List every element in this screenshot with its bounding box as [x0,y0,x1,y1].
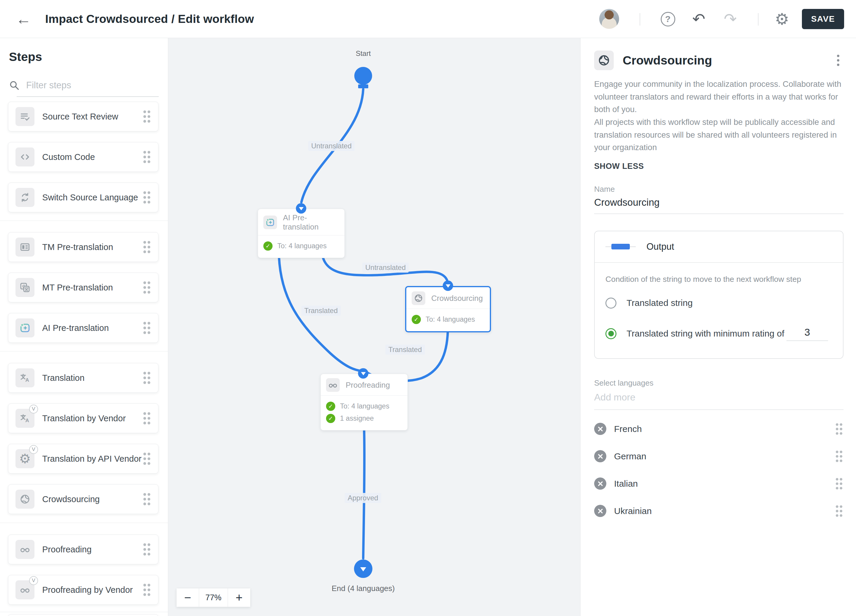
output-label: Output [647,242,674,252]
user-avatar[interactable] [599,9,619,29]
svg-text:A: A [25,417,29,424]
steps-sidebar: Steps Source Text Review Custom Code [0,38,168,616]
edge-label-untranslated: Untranslated [308,141,354,151]
drag-handle-icon[interactable] [142,281,152,294]
sidebar-item-proofreading-by-vendor[interactable]: V Proofreading by Vendor [8,575,159,605]
gear-icon: ⚙ V [15,449,34,468]
zoom-level: 77% [199,588,228,607]
sidebar-item-mt-pre-translation[interactable]: G MT Pre-translation [8,273,159,302]
gear-icon[interactable]: ⚙ [771,0,792,38]
svg-text:A: A [25,377,29,383]
drag-handle-icon[interactable] [142,583,152,597]
name-input[interactable] [594,197,844,214]
filter-underline [17,96,159,97]
workflow-canvas[interactable]: Start Untranslated Untranslated Translat… [168,38,580,616]
translate-icon: A [15,368,34,387]
sync-icon [15,188,34,207]
node-ai-pre-translation[interactable]: AI Pre-translation ✓ To: 4 languages [258,209,345,258]
globe-icon [594,51,614,70]
zoom-in-button[interactable]: + [228,588,251,607]
redo-icon[interactable]: ↷ [720,0,741,38]
drag-handle-icon[interactable] [142,110,152,123]
tm-icon [15,237,34,257]
sidebar-item-crowdsourcing[interactable]: Crowdsourcing [8,484,159,514]
code-icon [15,148,34,166]
drag-handle-icon[interactable] [142,191,152,204]
sidebar-item-custom-code[interactable]: Custom Code [8,142,159,172]
drag-handle-icon[interactable] [834,505,844,517]
start-node-circle [354,67,372,85]
drag-handle-icon[interactable] [142,452,152,465]
sidebar-item-label: Custom Code [42,152,95,162]
vendor-badge: V [29,576,38,585]
drag-handle-icon[interactable] [142,542,152,556]
remove-language-icon[interactable] [594,505,606,517]
help-icon[interactable]: ? [657,0,678,38]
sidebar-item-partial[interactable] [8,614,159,616]
select-languages-label: Select languages [594,379,844,388]
header-divider [640,13,640,26]
sidebar-item-label: Switch Source Language [42,192,138,202]
edge-arrow-marker [296,203,306,214]
start-label: Start [356,49,371,58]
sidebar-item-translation-by-api-vendor[interactable]: ⚙ V Translation by API Vendor [8,444,159,474]
drag-handle-icon[interactable] [142,492,152,506]
sidebar-item-proofreading[interactable]: Proofreading [8,534,159,564]
ai-sparkle-icon [15,319,34,337]
sidebar-item-switch-source-language[interactable]: Switch Source Language [8,183,159,212]
kebab-menu-icon[interactable] [834,52,842,68]
workflow-edges [168,38,580,616]
translate-vendor-icon: A V [15,409,34,428]
node-crowdsourcing[interactable]: Crowdsourcing ✓ To: 4 languages [405,286,491,333]
remove-language-icon[interactable] [594,450,606,462]
node-row-text: To: 4 languages [340,402,390,410]
search-icon [9,80,20,91]
sidebar-item-label: Source Text Review [42,112,118,122]
show-less-link[interactable]: SHOW LESS [594,162,844,171]
top-header: ← Impact Crowdsourced / Edit workflow ? … [0,0,856,38]
edge-label-translated: Translated [302,306,341,316]
check-icon: ✓ [412,315,421,324]
sidebar-item-translation[interactable]: A Translation [8,363,159,393]
node-proofreading[interactable]: Proofreading ✓ To: 4 languages ✓ 1 assig… [320,374,408,431]
language-row: Ukrainian [594,498,844,524]
sidebar-item-source-text-review[interactable]: Source Text Review [8,102,159,131]
remove-language-icon[interactable] [594,423,606,435]
zoom-toolbar: − 77% + [176,588,251,607]
edge-arrow-marker [358,368,368,379]
drag-handle-icon[interactable] [142,371,152,385]
drag-handle-icon[interactable] [834,477,844,490]
output-card: Output Condition of the string to move t… [594,231,844,359]
drag-handle-icon[interactable] [142,150,152,164]
filter-steps-input[interactable] [26,80,151,91]
drag-handle-icon[interactable] [142,321,152,335]
drag-handle-icon[interactable] [834,422,844,436]
sidebar-group-divider [0,220,168,221]
language-label: Ukrainian [614,506,652,516]
undo-icon[interactable]: ↶ [688,0,709,38]
remove-language-icon[interactable] [594,477,606,490]
sidebar-item-tm-pre-translation[interactable]: TM Pre-translation [8,232,159,262]
radio-translated-string[interactable] [605,297,616,309]
check-icon: ✓ [326,402,335,411]
end-label: End (4 languages) [332,584,395,593]
panel-title: Crowdsourcing [623,54,712,68]
min-rating-input[interactable] [787,326,828,341]
sidebar-item-label: MT Pre-translation [42,283,113,293]
edge-arrow-marker [443,281,453,291]
drag-handle-icon[interactable] [142,240,152,254]
glasses-vendor-icon: V [15,580,34,599]
sidebar-item-label: Translation [42,373,85,383]
back-arrow-icon[interactable]: ← [13,0,34,38]
save-button[interactable]: SAVE [802,9,844,29]
zoom-out-button[interactable]: − [176,588,199,607]
drag-handle-icon[interactable] [834,450,844,463]
sidebar-item-ai-pre-translation[interactable]: AI Pre-translation [8,313,159,343]
radio-translated-min-rating[interactable] [605,328,616,339]
drag-handle-icon[interactable] [142,411,152,425]
add-language-input[interactable] [594,392,844,410]
output-port-icon [605,244,636,249]
vendor-badge: V [29,405,38,414]
source-review-icon [15,107,34,126]
sidebar-item-translation-by-vendor[interactable]: A V Translation by Vendor [8,403,159,433]
